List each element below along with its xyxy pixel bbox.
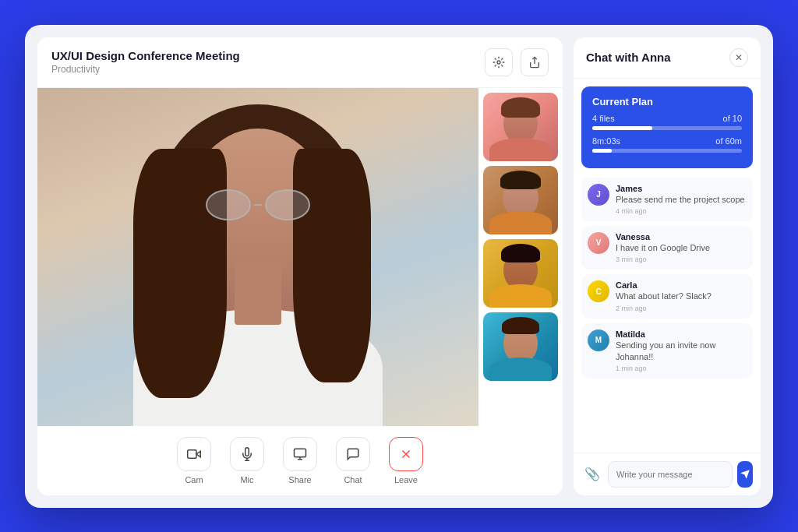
msg-time-matilda: 1 min ago — [616, 365, 747, 372]
msg-time-james: 4 min ago — [616, 207, 745, 215]
files-progress-track — [592, 126, 742, 130]
chat-control[interactable]: Chat — [336, 437, 370, 484]
cam-label: Cam — [185, 475, 203, 484]
msg-text-vanessa: I have it on Google Drive — [616, 242, 710, 254]
matilda-body — [489, 358, 552, 381]
meeting-title-block: UX/UI Design Conference Meeting Producti… — [51, 49, 240, 75]
messages-list: J James Please send me the project scope… — [574, 173, 761, 453]
avatar-james: J — [588, 184, 609, 206]
main-video — [37, 88, 478, 426]
leave-button[interactable] — [389, 437, 423, 471]
msg-sender-vanessa: Vanessa — [616, 232, 710, 241]
vanessa-hair — [501, 97, 540, 118]
cam-control[interactable]: Cam — [177, 437, 211, 484]
app-container: UX/UI Design Conference Meeting Producti… — [25, 25, 773, 508]
left-panel: UX/UI Design Conference Meeting Producti… — [37, 37, 563, 495]
plan-files-row: 4 files of 10 — [592, 114, 742, 123]
plan-files-label: 4 files — [592, 114, 615, 123]
cam-button[interactable] — [177, 437, 211, 471]
meeting-subtitle: Productivity — [51, 64, 240, 75]
svg-rect-3 — [188, 449, 196, 458]
msg-sender-matilda: Matilda — [616, 329, 747, 339]
hair-left — [133, 149, 227, 398]
plan-title: Current Plan — [592, 96, 742, 107]
controls-bar: Cam Mic — [37, 426, 563, 495]
svg-point-0 — [497, 61, 500, 64]
share-label: Share — [288, 475, 311, 484]
msg-time-vanessa: 3 min ago — [616, 255, 710, 263]
message-james: J James Please send me the project scope… — [581, 178, 753, 221]
share-control[interactable]: Share — [283, 437, 317, 484]
msg-content-matilda: Matilda Sending you an invite now Johann… — [616, 329, 747, 373]
plan-time-label: 8m:03s — [592, 136, 620, 146]
message-vanessa: V Vanessa I have it on Google Drive 3 mi… — [581, 226, 753, 270]
chat-input[interactable] — [608, 461, 733, 488]
matilda-hair — [502, 317, 539, 334]
chat-close-button[interactable]: ✕ — [729, 48, 748, 67]
avatar-matilda: M — [588, 329, 609, 351]
thumbnail-vanessa[interactable]: Vanessa — [483, 93, 558, 161]
plan-card: Current Plan 4 files of 10 8m:03s of 60m — [581, 86, 753, 168]
msg-text-james: Please send me the project scope — [616, 194, 745, 206]
leave-label: Leave — [394, 475, 418, 484]
chat-button[interactable] — [336, 437, 370, 471]
vanessa-body — [489, 138, 552, 161]
chat-input-area: 📎 — [574, 453, 761, 495]
meeting-header: UX/UI Design Conference Meeting Producti… — [37, 37, 563, 88]
time-progress-fill — [592, 149, 612, 153]
chat-title: Chat with Anna — [586, 51, 671, 64]
plan-time-row: 8m:03s of 60m — [592, 136, 742, 146]
glasses — [206, 189, 310, 220]
mic-button[interactable] — [230, 437, 264, 471]
james-body — [489, 211, 552, 234]
svg-marker-2 — [196, 451, 200, 457]
avatar-carla: C — [588, 280, 609, 302]
settings-button[interactable] — [485, 48, 513, 76]
neck — [235, 262, 281, 325]
files-progress-fill — [592, 126, 652, 130]
james-hair — [500, 171, 541, 189]
avatar-vanessa: V — [588, 232, 609, 254]
msg-text-carla: What about later? Slack? — [616, 291, 711, 302]
msg-sender-james: James — [616, 184, 745, 193]
msg-sender-carla: Carla — [616, 280, 711, 290]
thumbnail-matilda[interactable]: Matilda — [483, 312, 558, 381]
mic-label: Mic — [240, 475, 253, 484]
svg-rect-6 — [295, 449, 306, 457]
right-panel: Chat with Anna ✕ Current Plan 4 files of… — [574, 37, 761, 495]
thumbnail-carla[interactable]: Carla — [483, 239, 558, 308]
meeting-title: UX/UI Design Conference Meeting — [51, 49, 240, 62]
attach-button[interactable]: 📎 — [581, 463, 603, 484]
plan-time-total: of 60m — [715, 136, 742, 146]
main-video-bg — [37, 88, 478, 426]
meeting-actions — [485, 48, 549, 76]
msg-time-carla: 2 min ago — [616, 305, 711, 312]
msg-content-james: James Please send me the project scope 4… — [616, 184, 745, 215]
carla-body — [489, 284, 552, 308]
time-progress-track — [592, 149, 742, 153]
mic-control[interactable]: Mic — [230, 437, 264, 484]
message-carla: C Carla What about later? Slack? 2 min a… — [581, 274, 753, 318]
main-content: UX/UI Design Conference Meeting Producti… — [25, 25, 773, 508]
chat-label: Chat — [344, 475, 362, 484]
thumbnail-strip: Vanessa James — [478, 88, 563, 426]
hair-right — [293, 149, 371, 382]
share-screen-button[interactable] — [283, 437, 317, 471]
message-matilda: M Matilda Sending you an invite now Joha… — [581, 323, 753, 379]
plan-files-total: of 10 — [723, 114, 742, 123]
video-area: Vanessa James — [37, 88, 563, 426]
msg-text-matilda: Sending you an invite now Johanna!! — [616, 340, 747, 364]
msg-content-carla: Carla What about later? Slack? 2 min ago — [616, 280, 711, 312]
send-button[interactable] — [737, 461, 753, 488]
carla-hair — [501, 244, 540, 262]
leave-control[interactable]: Leave — [389, 437, 423, 484]
chat-header: Chat with Anna ✕ — [574, 37, 761, 79]
share-button[interactable] — [521, 48, 549, 76]
thumbnail-james[interactable]: James — [483, 166, 558, 234]
msg-content-vanessa: Vanessa I have it on Google Drive 3 min … — [616, 232, 710, 263]
